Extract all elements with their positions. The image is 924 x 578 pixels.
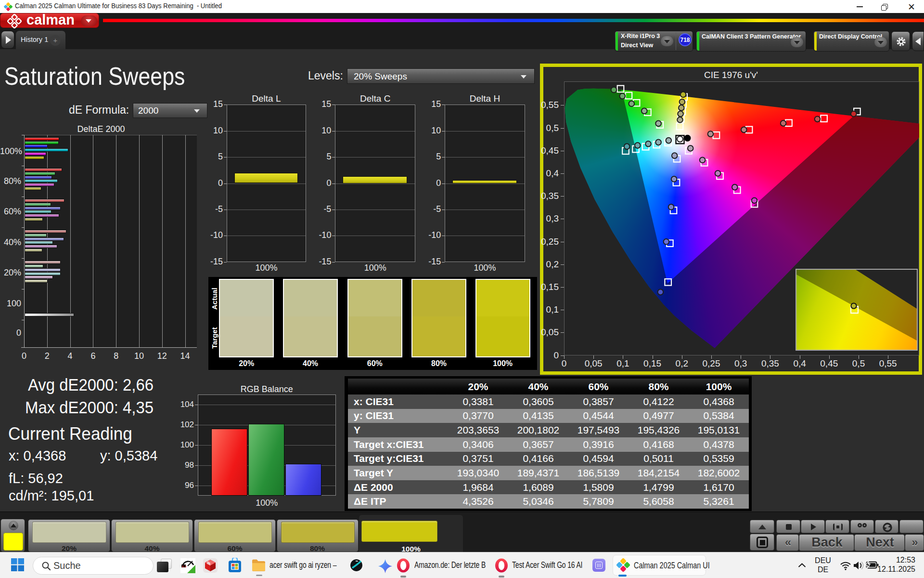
svg-text:8.8: 8.8 xyxy=(182,565,187,568)
